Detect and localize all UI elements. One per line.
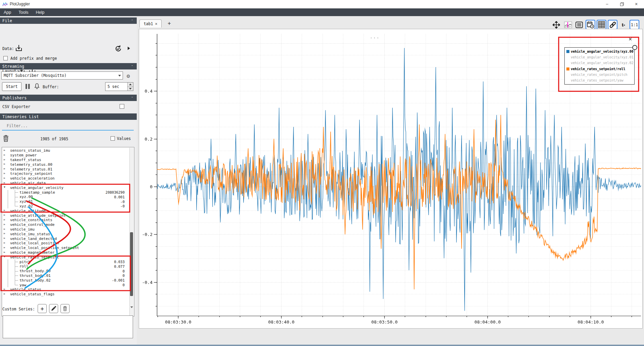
tree-item[interactable]: thrust_body.010 [2,274,134,278]
tree-expand-icon[interactable]: ▶ [4,153,5,156]
splitter-handle[interactable]: ... [370,34,380,39]
menu-help[interactable]: Help [32,10,48,15]
tree-item[interactable]: ▼vehicle_angular_velocity [2,185,134,190]
add-tab-button[interactable]: + [168,20,171,27]
tree-item[interactable]: ▶sensors_status_imu [2,148,134,153]
csv-exporter-checkbox[interactable] [120,104,124,109]
tree-item[interactable]: timestamp_sample208036290 [2,190,134,195]
tree-item[interactable]: thrust_body.02-0.001 [2,278,134,283]
grid-layout-button[interactable] [597,20,606,30]
tree-expand-icon[interactable]: ▶ [4,246,5,249]
tree-item[interactable]: ▶vehicle_attitude_setpoint [2,213,134,218]
tree-expand-icon[interactable]: ▶ [4,177,5,180]
tree-item[interactable]: ▶system_power [2,153,134,158]
maximize-button[interactable] [614,0,629,8]
tree-item[interactable]: ▶takeoff_status [2,158,134,162]
trash-icon[interactable] [3,135,9,143]
reload-data-icon[interactable] [115,45,122,53]
publishers-section-header[interactable]: Publishers - [0,95,137,101]
scrollbar-thumb[interactable] [130,232,133,296]
collapse-section-icon[interactable]: - [131,95,133,99]
tree-item[interactable]: pitch0.033 [2,259,134,264]
custom-series-list[interactable] [3,315,133,338]
tree-expand-icon[interactable]: ▶ [4,149,5,152]
link-axes-button[interactable] [608,20,617,30]
tree-item[interactable]: xyz.01-0 [2,199,134,204]
tree-item[interactable]: ▶vehicle_local_position [2,241,134,246]
tree-item[interactable]: ▶vehicle_imu_status [2,232,134,236]
tab-tab1[interactable]: tab1 × [139,19,162,28]
data-import-icon[interactable] [15,45,23,53]
pan-tool-button[interactable] [551,20,561,30]
tree-expand-icon[interactable]: ▶ [4,251,5,254]
tree-expand-icon[interactable]: ▶ [4,241,5,244]
tree-item[interactable]: ▶vehicle_control_mode [2,223,134,227]
values-checkbox[interactable] [111,136,115,141]
datetime-scale-button[interactable] [586,20,595,30]
custom-series-add-button[interactable]: + [38,304,47,313]
minimize-button[interactable]: – [600,0,614,8]
tree-expand-icon[interactable]: ▶ [4,237,5,240]
streaming-source-select[interactable]: MQTT Subscriber (Mosquitto) [1,71,123,80]
legend-entry[interactable]: vehicle_angular_velocity/xyz.01 [566,54,633,60]
tree-item[interactable]: yaw0 [2,283,134,287]
legend-entry[interactable]: vehicle_angular_velocity/xyz.00 [566,49,633,54]
spin-up-icon[interactable] [128,83,133,87]
tree-item[interactable]: ▶vehicle_air_data [2,181,134,186]
tree-item[interactable]: ▶vehicle_acceleration [2,176,134,181]
streaming-section-header[interactable]: Streaming - [0,63,137,69]
menu-app[interactable]: App [0,10,15,15]
tree-expand-icon[interactable]: ▶ [4,223,5,226]
plot-close-icon[interactable]: × [629,36,632,42]
tree-expand-icon[interactable]: ▶ [4,288,5,291]
add-prefix-checkbox[interactable] [3,56,8,60]
tree-expand-icon[interactable]: ▶ [4,218,5,221]
tracker-tool-button[interactable] [563,20,573,30]
filter-input[interactable] [3,122,138,130]
tree-expand-icon[interactable]: ▶ [4,181,5,184]
legend-entry[interactable]: vehicle_rates_setpoint/yaw [566,78,633,83]
tree-item[interactable]: ▶vehicle_local_position_setpoint [2,246,134,250]
spin-down-icon[interactable] [128,87,133,91]
tree-expand-icon[interactable]: ▶ [4,228,5,231]
tree-item[interactable]: ▶vehicle_status [2,287,134,292]
pause-icon[interactable] [25,84,30,90]
tree-expand-icon[interactable]: ▶ [4,232,5,235]
tree-item[interactable]: thrust_body.000 [2,269,134,274]
legend-toggle-button[interactable] [574,20,584,30]
tree-item[interactable]: xyz.000.001 [2,195,134,199]
tree-expand-icon[interactable]: ▶ [4,158,5,161]
scrollbar-down-icon[interactable] [130,308,133,313]
tree-item[interactable]: ▶vehicle_land_detected [2,236,134,241]
legend-entry[interactable]: vehicle_rates_setpoint/pitch [566,72,633,78]
tree-item[interactable]: ▶vehicle_magnetometer [2,250,134,255]
collapse-section-icon[interactable]: - [131,63,133,68]
tree-item[interactable]: ▶vehicle_status_flags [2,292,134,297]
tree-item[interactable]: ▶telemetry_status.00 [2,162,134,167]
streaming-settings-gear-icon[interactable]: ⚙ [127,73,130,79]
close-button[interactable]: × [629,0,643,8]
custom-series-edit-button[interactable] [49,304,58,313]
tree-expand-icon[interactable]: ▶ [4,172,5,175]
tree-expand-icon[interactable]: ▶ [4,209,5,212]
tree-expand-icon[interactable]: ▶ [4,213,5,216]
start-button[interactable]: Start [2,82,22,91]
tree-item[interactable]: ▶vehicle_constraints [2,218,134,223]
tab-close-icon[interactable]: × [155,21,157,26]
notification-bell-icon[interactable] [34,83,40,90]
legend-drag-handle[interactable] [632,45,637,50]
tree-item[interactable]: ▶vehicle_attitude [2,208,134,213]
tree-expand-icon[interactable]: ▶ [4,292,5,295]
tree-expand-icon[interactable]: ▶ [4,167,5,170]
file-section-header[interactable]: File - [0,17,137,24]
legend-entry[interactable]: vehicle_rates_setpoint/roll [566,66,633,72]
custom-series-delete-button[interactable] [60,304,70,313]
aspect-ratio-button[interactable]: 1:1 [630,20,639,30]
tree-item[interactable]: ▼vehicle_rates_setpoint [2,255,134,259]
tree-item[interactable]: ▶trajectory_setpoint [2,171,134,176]
collapse-section-icon[interactable]: - [131,17,133,22]
buffer-spinner[interactable]: 5 sec [105,82,133,91]
tree-expand-icon[interactable]: ▶ [4,162,5,165]
menu-tools[interactable]: Tools [15,10,32,15]
data-menu-arrow-icon[interactable] [127,46,130,51]
